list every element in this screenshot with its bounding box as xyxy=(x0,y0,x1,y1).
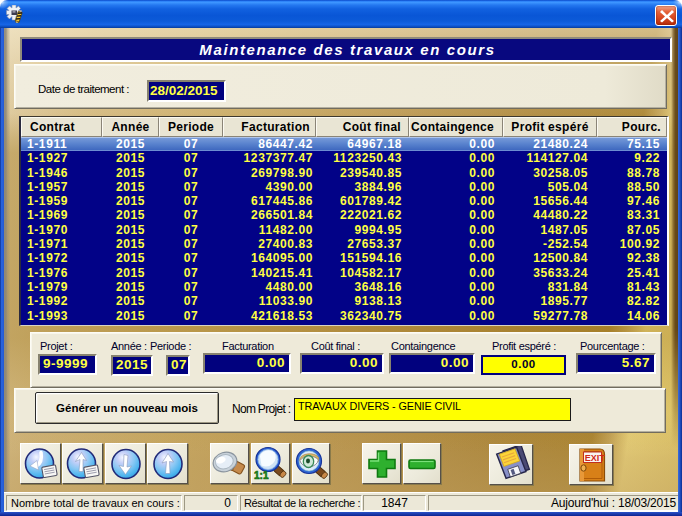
svg-text:1:1: 1:1 xyxy=(254,470,269,481)
svg-text:EXIT: EXIT xyxy=(585,452,606,462)
